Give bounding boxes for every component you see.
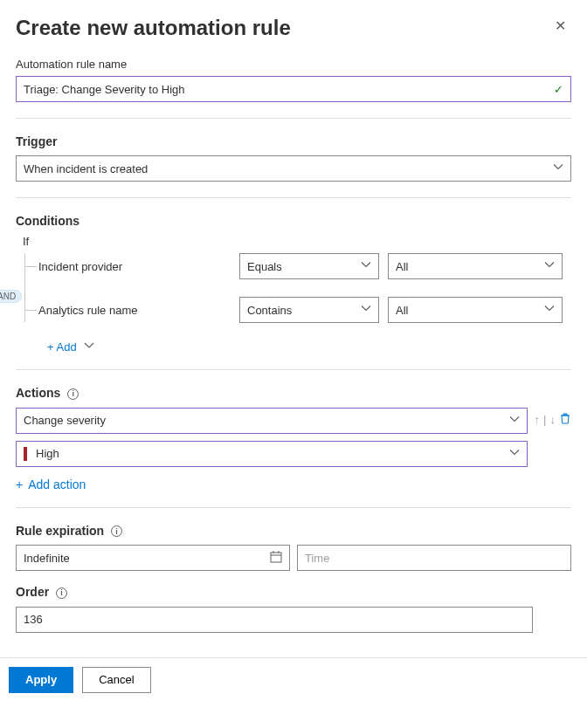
apply-button[interactable]: Apply xyxy=(9,667,73,693)
order-value: 136 xyxy=(24,613,43,626)
trigger-select[interactable]: When incident is created xyxy=(16,155,571,182)
expiration-date-input[interactable]: Indefinite xyxy=(16,545,290,571)
add-condition-label: + Add xyxy=(47,340,77,354)
rule-name-input[interactable]: Triage: Change Severity to High ✓ xyxy=(16,76,571,102)
condition-value-select[interactable]: All xyxy=(388,253,563,279)
expiration-time-input[interactable]: Time xyxy=(297,545,571,571)
divider xyxy=(16,118,571,119)
info-icon[interactable]: i xyxy=(56,587,67,599)
close-icon[interactable]: ✕ xyxy=(549,16,571,36)
add-action-label: Add action xyxy=(28,477,86,491)
condition-value: All xyxy=(396,260,408,273)
order-heading-text: Order xyxy=(16,585,49,599)
info-icon[interactable]: i xyxy=(67,388,79,400)
condition-value: All xyxy=(396,304,408,317)
expiration-date-value: Indefinite xyxy=(24,552,70,565)
divider xyxy=(16,197,571,198)
actions-heading-text: Actions xyxy=(16,386,60,400)
chevron-down-icon xyxy=(553,162,563,175)
divider xyxy=(16,507,571,508)
checkmark-icon: ✓ xyxy=(554,83,563,96)
order-input[interactable]: 136 xyxy=(16,607,533,633)
calendar-icon xyxy=(270,551,282,566)
cancel-button[interactable]: Cancel xyxy=(82,667,150,693)
condition-value-select[interactable]: All xyxy=(388,297,563,323)
add-action-link[interactable]: + Add action xyxy=(16,477,86,491)
action-type-select[interactable]: Change severity xyxy=(16,408,528,434)
divider xyxy=(16,369,571,370)
move-up-icon[interactable]: ↑ xyxy=(535,413,541,428)
expiration-time-placeholder: Time xyxy=(305,552,329,565)
chevron-down-icon xyxy=(361,260,371,273)
expiration-heading-text: Rule expiration xyxy=(16,524,104,538)
condition-operator-value: Equals xyxy=(247,260,282,273)
plus-icon: + xyxy=(16,477,23,491)
trigger-heading: Trigger xyxy=(16,134,571,148)
page-title: Create new automation rule xyxy=(16,16,291,40)
chevron-down-icon xyxy=(544,304,555,317)
chevron-down-icon xyxy=(84,340,94,354)
and-badge: AND xyxy=(0,290,22,303)
delete-icon[interactable] xyxy=(559,413,571,428)
tree-line xyxy=(24,253,25,322)
if-label: If xyxy=(23,235,571,248)
order-heading: Order i xyxy=(16,585,571,600)
chevron-down-icon xyxy=(544,260,555,273)
rule-name-label: Automation rule name xyxy=(16,58,571,71)
condition-field-label: Incident provider xyxy=(38,260,231,273)
severity-color-bar xyxy=(24,447,27,461)
condition-operator-select[interactable]: Equals xyxy=(239,253,379,279)
svg-rect-0 xyxy=(271,553,281,562)
actions-heading: Actions i xyxy=(16,386,571,401)
condition-operator-value: Contains xyxy=(247,304,292,317)
severity-value: High xyxy=(36,447,59,460)
condition-row: Analytics rule name Contains All xyxy=(38,297,571,323)
condition-field-label: Analytics rule name xyxy=(38,304,231,317)
info-icon[interactable]: i xyxy=(111,525,122,537)
conditions-heading: Conditions xyxy=(16,214,571,228)
severity-select[interactable]: High xyxy=(16,441,528,467)
move-down-icon[interactable]: ↓ xyxy=(550,413,556,428)
expiration-heading: Rule expiration i xyxy=(16,524,571,539)
rule-name-value: Triage: Change Severity to High xyxy=(24,83,185,96)
divider-icon: | xyxy=(543,413,546,428)
chevron-down-icon xyxy=(361,304,371,317)
chevron-down-icon xyxy=(509,447,520,460)
condition-row: Incident provider Equals All xyxy=(38,253,571,279)
chevron-down-icon xyxy=(509,414,520,427)
condition-operator-select[interactable]: Contains xyxy=(239,297,379,323)
action-type-value: Change severity xyxy=(24,414,106,427)
add-condition-link[interactable]: + Add xyxy=(47,340,94,354)
trigger-value: When incident is created xyxy=(24,162,148,175)
